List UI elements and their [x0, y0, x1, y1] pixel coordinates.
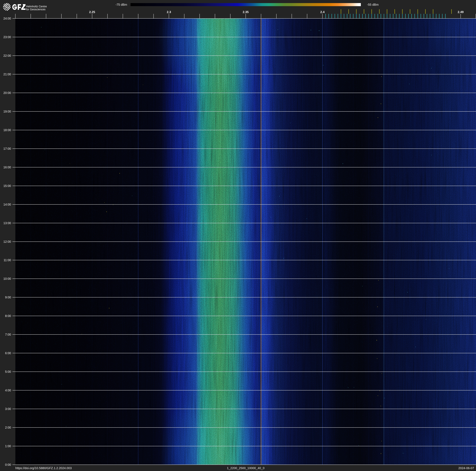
svg-text:for Geosciences: for Geosciences: [26, 8, 46, 11]
svg-text:Helmholtz Centre: Helmholtz Centre: [26, 5, 47, 8]
